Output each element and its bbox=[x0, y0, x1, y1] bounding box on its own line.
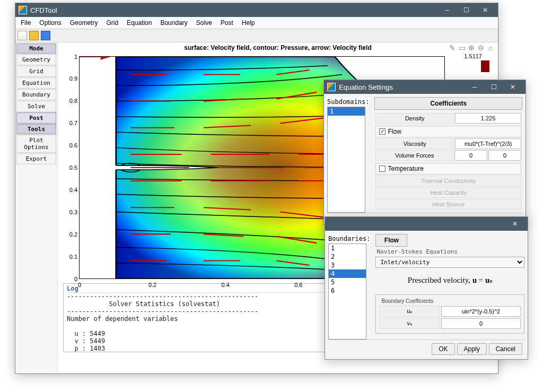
temperature-checkbox[interactable] bbox=[379, 165, 386, 172]
zoom-out-icon[interactable]: ⊖ bbox=[477, 43, 485, 52]
save-file-icon[interactable] bbox=[41, 31, 50, 40]
open-file-icon[interactable] bbox=[29, 31, 39, 40]
bc-formula: Prescribed velocity, 𝐮 = 𝐮ₒ bbox=[375, 268, 524, 292]
maximize-button[interactable]: ☐ bbox=[484, 80, 503, 94]
home-icon[interactable]: ⌂ bbox=[486, 43, 495, 52]
menubar: File Options Geometry Grid Equation Boun… bbox=[15, 17, 498, 29]
equation-settings-dialog: Equation Settings ─ ☐ ✕ Subdomains: 1 Co… bbox=[323, 80, 526, 225]
close-button[interactable]: ✕ bbox=[503, 80, 522, 94]
viscosity-input[interactable]: mu0*(T-Tref)^(2/3) bbox=[455, 138, 521, 149]
boundary-list[interactable]: 1 2 3 4 5 6 bbox=[328, 243, 366, 339]
ytick: 0.7 bbox=[65, 120, 77, 126]
minimize-button[interactable]: ─ bbox=[465, 80, 484, 94]
menu-equation[interactable]: Equation bbox=[124, 18, 155, 28]
equation-name: Navier-Stokes Equations bbox=[375, 247, 524, 257]
subdomain-list[interactable]: 1 bbox=[327, 107, 365, 213]
xtick: 0.4 bbox=[222, 282, 230, 288]
apply-button[interactable]: Apply bbox=[457, 343, 487, 355]
svg-marker-4 bbox=[101, 57, 109, 59]
maximize-button[interactable]: ☐ bbox=[457, 3, 476, 17]
boundaries-label: Boundaries: bbox=[328, 234, 370, 243]
app-icon bbox=[19, 6, 27, 14]
sidebar-boundary[interactable]: Boundary bbox=[16, 89, 56, 100]
plot-title: surface: Velocity field, contour: Pressu… bbox=[58, 42, 498, 53]
sidebar-tools-label: Tools bbox=[16, 124, 56, 134]
colorbar-max: 1.5117 bbox=[464, 53, 482, 59]
sidebar-solve[interactable]: Solve bbox=[16, 101, 56, 112]
ok-button[interactable]: OK bbox=[432, 343, 454, 355]
flow-checkbox[interactable]: ✓ bbox=[379, 128, 386, 135]
sidebar: Mode Geometry Grid Equation Boundary Sol… bbox=[15, 42, 58, 372]
boundary-settings-dialog: ✕ Boundaries: 1 2 3 4 5 6 Flow Navier-St… bbox=[325, 216, 528, 360]
sidebar-mode-label: Mode bbox=[16, 43, 56, 54]
xtick: 0 bbox=[78, 282, 81, 288]
toolbar bbox=[15, 29, 498, 42]
select-icon[interactable]: ▭ bbox=[458, 43, 466, 52]
boundary-item[interactable]: 2 bbox=[329, 252, 366, 261]
density-input[interactable]: 1.225 bbox=[455, 113, 521, 124]
close-button[interactable]: ✕ bbox=[505, 217, 524, 231]
thermal-conductivity-label: Thermal Conductivity bbox=[375, 176, 521, 186]
v0-label: vₒ bbox=[379, 318, 440, 329]
menu-post[interactable]: Post bbox=[217, 18, 237, 28]
edit-icon[interactable]: ✎ bbox=[448, 43, 457, 52]
ytick: 0.5 bbox=[65, 164, 77, 171]
window-title: CFDTool bbox=[30, 6, 437, 14]
menu-file[interactable]: File bbox=[17, 18, 34, 28]
boundary-item[interactable]: 5 bbox=[329, 278, 366, 286]
volforces-label: Volume Forces bbox=[375, 150, 453, 161]
menu-help[interactable]: Help bbox=[239, 18, 258, 28]
volforces-x-input[interactable]: 0 bbox=[454, 150, 487, 161]
plot-toolbar: ✎ ▭ ⊕ ⊖ ⌂ bbox=[448, 43, 495, 52]
flow-tab[interactable]: Flow bbox=[375, 234, 407, 247]
menu-options[interactable]: Options bbox=[36, 18, 64, 28]
cancel-button[interactable]: Cancel bbox=[489, 343, 522, 355]
bc-titlebar[interactable]: ✕ bbox=[325, 217, 528, 231]
boundary-coeff-legend: Boundary Coefficients bbox=[379, 298, 435, 304]
sidebar-grid[interactable]: Grid bbox=[16, 66, 56, 77]
flow-checkbox-row[interactable]: ✓ Flow bbox=[375, 126, 521, 137]
u0-input[interactable]: uin*2*(y-0.5)^2 bbox=[441, 306, 521, 317]
eq-titlebar[interactable]: Equation Settings ─ ☐ ✕ bbox=[324, 80, 526, 94]
zoom-in-icon[interactable]: ⊕ bbox=[467, 43, 476, 52]
sidebar-export[interactable]: Export bbox=[16, 153, 56, 164]
xtick: 0.2 bbox=[148, 282, 156, 288]
menu-geometry[interactable]: Geometry bbox=[67, 18, 101, 28]
close-button[interactable]: ✕ bbox=[476, 3, 495, 17]
boundary-item[interactable]: 6 bbox=[329, 286, 366, 295]
menu-solve[interactable]: Solve bbox=[193, 18, 215, 28]
sidebar-equation[interactable]: Equation bbox=[16, 77, 56, 89]
ytick: 1 bbox=[65, 54, 77, 60]
subdomain-item[interactable]: 1 bbox=[328, 107, 365, 116]
density-label: Density bbox=[375, 113, 454, 124]
boundary-item[interactable]: 4 bbox=[329, 269, 366, 278]
ytick: 0.4 bbox=[65, 187, 77, 193]
menu-grid[interactable]: Grid bbox=[103, 18, 121, 28]
sidebar-post[interactable]: Post bbox=[16, 112, 56, 124]
new-file-icon[interactable] bbox=[17, 31, 27, 40]
ytick: 0.6 bbox=[65, 142, 77, 149]
ytick: 0.8 bbox=[65, 98, 77, 104]
volforces-y-input[interactable]: 0 bbox=[488, 150, 521, 161]
flow-label: Flow bbox=[388, 128, 401, 135]
app-icon bbox=[327, 83, 336, 91]
ytick: 0 bbox=[65, 276, 77, 282]
subdomains-label: Subdomains: bbox=[327, 97, 369, 107]
bc-type-select[interactable]: Inlet/velocity bbox=[375, 257, 524, 268]
ytick: 0.9 bbox=[65, 75, 77, 82]
menu-boundary[interactable]: Boundary bbox=[157, 18, 190, 28]
boundary-item[interactable]: 1 bbox=[329, 244, 366, 252]
ytick: 0.1 bbox=[65, 254, 77, 260]
colorbar-swatch bbox=[481, 60, 489, 72]
boundary-item[interactable]: 3 bbox=[329, 261, 366, 269]
sidebar-plotoptions[interactable]: Plot Options bbox=[16, 135, 56, 153]
viscosity-label: Viscosity bbox=[375, 138, 454, 149]
main-titlebar[interactable]: CFDTool ─ ☐ ✕ bbox=[15, 3, 498, 17]
sidebar-geometry[interactable]: Geometry bbox=[16, 54, 56, 65]
coefficients-tab[interactable]: Coefficients bbox=[374, 97, 522, 110]
temperature-checkbox-row[interactable]: Temperature bbox=[375, 163, 521, 175]
eq-title: Equation Settings bbox=[339, 83, 465, 91]
minimize-button[interactable]: ─ bbox=[437, 3, 457, 17]
ytick: 0.2 bbox=[65, 231, 77, 238]
v0-input[interactable]: 0 bbox=[441, 318, 521, 329]
